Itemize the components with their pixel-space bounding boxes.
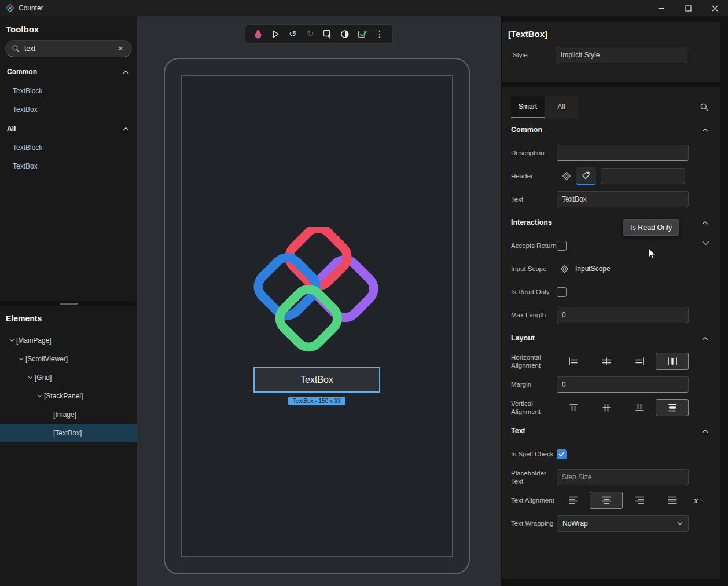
theme-toggle-button[interactable]	[337, 26, 353, 42]
property-row-text-wrapping: Text Wrapping NoWrap	[502, 512, 720, 535]
tree-item-mainpage[interactable]: [MainPage]	[0, 331, 137, 350]
text-alignment-variable-dropdown[interactable]: x	[693, 496, 704, 505]
redo-button[interactable]: ↻	[302, 26, 318, 42]
element-inspector-icon	[323, 30, 332, 39]
property-row-accepts-return: Accepts Return	[502, 234, 720, 257]
tree-item-stackpanel[interactable]: [StackPanel]	[0, 387, 137, 405]
titlebar: Counter	[0, 0, 728, 16]
toolbox-searchbox: ✕	[5, 40, 132, 57]
chevron-down-icon	[700, 499, 704, 502]
input-scope-binding-button[interactable]	[557, 260, 572, 277]
tree-item-grid[interactable]: [Grid]	[0, 368, 137, 387]
toolbox-search-input[interactable]	[24, 45, 115, 53]
align-center-vertical-button[interactable]	[590, 399, 623, 416]
play-icon	[271, 30, 280, 39]
inspector-header-card: [TextBox] Style	[502, 22, 720, 82]
align-left-button[interactable]	[557, 353, 590, 370]
maximize-button[interactable]	[675, 0, 701, 16]
section-text[interactable]: Text	[502, 419, 720, 442]
text-align-justify-icon	[667, 496, 678, 505]
header-tag-button[interactable]	[576, 167, 596, 185]
toolbox-item-textblock[interactable]: TextBlock	[0, 82, 137, 100]
section-common[interactable]: Common	[502, 118, 720, 141]
max-length-label: Max Length	[511, 311, 557, 319]
play-button[interactable]	[267, 26, 284, 42]
validate-check-icon	[358, 30, 367, 39]
scroll-down-button[interactable]	[702, 241, 709, 246]
align-center-horizontal-button[interactable]	[590, 353, 623, 370]
tree-item-scrollviewer[interactable]: [ScrollViewer]	[0, 350, 137, 368]
inspector-tabs: Smart All	[511, 96, 578, 118]
text-align-center-button[interactable]	[590, 492, 623, 509]
description-input[interactable]	[557, 145, 689, 161]
element-inspector-button[interactable]	[319, 26, 336, 42]
designer-toolbar: ↺ ↻ ⋮	[245, 24, 393, 44]
chevron-down-icon[interactable]	[25, 376, 35, 379]
placeholder-text-input[interactable]	[557, 469, 689, 485]
tree-item-image[interactable]: [Image]	[0, 405, 137, 424]
input-scope-value[interactable]: InputScope	[575, 265, 611, 273]
chevron-up-icon	[123, 127, 129, 131]
tree-item-textbox[interactable]: [TextBox]	[0, 424, 137, 442]
style-input[interactable]	[556, 47, 687, 63]
canvas-textbox-element[interactable]: TextBox	[253, 367, 380, 393]
header-binding-button[interactable]	[557, 167, 576, 185]
binding-diamond-icon	[562, 171, 571, 181]
max-length-input[interactable]	[557, 307, 689, 323]
sidebar-splitter[interactable]	[0, 301, 137, 306]
theme-toggle-icon	[340, 30, 350, 39]
chevron-down-icon[interactable]	[35, 394, 44, 398]
toolbox-section-common[interactable]: Common	[0, 62, 137, 82]
tree-item-label: [MainPage]	[16, 336, 52, 345]
chevron-down-icon[interactable]	[16, 357, 25, 361]
section-layout[interactable]: Layout	[502, 327, 720, 350]
text-wrapping-dropdown[interactable]: NoWrap	[557, 515, 689, 532]
section-interactions[interactable]: Interactions	[502, 211, 720, 234]
header-input[interactable]	[601, 168, 685, 184]
validate-button[interactable]	[354, 26, 370, 42]
chevron-down-icon[interactable]	[7, 339, 16, 342]
chevron-up-icon	[702, 221, 708, 225]
section-label: All	[7, 124, 16, 133]
toolbox-item-textbox[interactable]: TextBox	[0, 157, 137, 175]
toolbox-item-textblock[interactable]: TextBlock	[0, 138, 137, 157]
tab-all[interactable]: All	[545, 96, 578, 118]
undo-button[interactable]: ↺	[285, 26, 301, 42]
align-stretch-vertical-button[interactable]	[656, 399, 689, 416]
splitter-handle[interactable]	[60, 303, 78, 305]
is-read-only-label: Is Read Only	[511, 288, 557, 296]
hot-reload-flame-button[interactable]	[250, 26, 266, 42]
align-stretch-horizontal-button[interactable]	[656, 353, 689, 370]
horizontal-alignment-label: Horizontal Alignment	[511, 353, 557, 370]
close-button[interactable]	[701, 0, 728, 16]
elements-title: Elements	[0, 306, 137, 328]
is-read-only-checkbox[interactable]	[557, 287, 567, 297]
chevron-down-icon	[702, 241, 709, 246]
toolbox-item-textbox[interactable]: TextBox	[0, 100, 137, 119]
margin-input[interactable]	[557, 376, 689, 393]
align-bottom-button[interactable]	[623, 399, 656, 416]
text-align-left-button[interactable]	[557, 492, 590, 509]
section-label: Layout	[511, 334, 535, 342]
app-logo-image	[249, 227, 385, 360]
window-controls	[648, 0, 728, 16]
accepts-return-checkbox[interactable]	[557, 241, 567, 251]
is-spell-check-checkbox[interactable]	[557, 449, 567, 459]
minimize-button[interactable]	[648, 0, 675, 16]
input-scope-label: Input Scope	[511, 265, 557, 273]
text-align-justify-button[interactable]	[656, 492, 689, 509]
align-right-button[interactable]	[623, 353, 656, 370]
search-clear-button[interactable]: ✕	[115, 43, 126, 54]
text-input[interactable]	[557, 191, 689, 207]
window-title: Counter	[19, 4, 43, 12]
more-options-button[interactable]: ⋮	[372, 26, 388, 42]
check-icon	[558, 452, 565, 457]
property-inspector: [TextBox] Style Smart All Common Descrip…	[501, 16, 728, 586]
align-top-button[interactable]	[557, 399, 590, 416]
accepts-return-label: Accepts Return	[511, 241, 557, 250]
search-icon	[700, 102, 709, 112]
text-align-right-button[interactable]	[623, 492, 656, 509]
property-search-button[interactable]	[697, 100, 711, 114]
toolbox-section-all[interactable]: All	[0, 119, 137, 138]
tab-smart[interactable]: Smart	[511, 96, 545, 118]
